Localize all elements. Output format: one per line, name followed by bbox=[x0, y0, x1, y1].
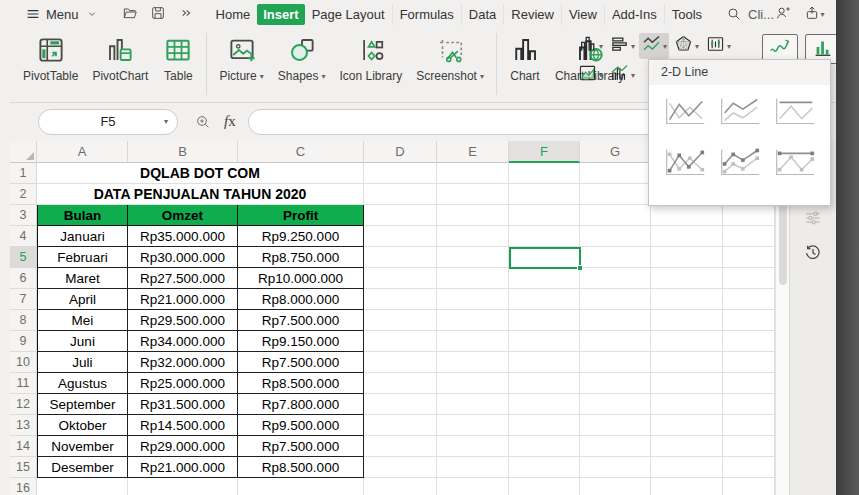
empty-cell[interactable] bbox=[509, 478, 580, 495]
tab-review[interactable]: Review bbox=[503, 4, 561, 25]
empty-cell[interactable] bbox=[437, 247, 509, 268]
row-header-9[interactable]: 9 bbox=[10, 331, 37, 352]
pivottable-button[interactable]: PivotTable bbox=[16, 31, 85, 86]
empty-cell[interactable] bbox=[364, 331, 437, 352]
empty-cell[interactable] bbox=[437, 289, 509, 310]
bar-chart-button[interactable]: ▾ bbox=[607, 33, 637, 59]
empty-cell[interactable] bbox=[651, 205, 723, 226]
empty-cell[interactable] bbox=[37, 478, 128, 495]
select-all-corner[interactable] bbox=[10, 141, 37, 163]
table-cell[interactable]: Rp34.000.000 bbox=[128, 331, 238, 352]
row-header-16[interactable]: 16 bbox=[10, 478, 37, 495]
empty-cell[interactable] bbox=[364, 226, 437, 247]
empty-cell[interactable] bbox=[580, 184, 651, 205]
row-header-15[interactable]: 15 bbox=[10, 457, 37, 478]
table-cell[interactable]: Rp21.000.000 bbox=[128, 457, 238, 478]
column-header-d[interactable]: D bbox=[364, 141, 437, 163]
empty-cell[interactable] bbox=[509, 289, 580, 310]
table-cell[interactable]: Oktober bbox=[37, 415, 128, 436]
empty-cell[interactable] bbox=[580, 226, 651, 247]
empty-cell[interactable] bbox=[580, 268, 651, 289]
table-cell[interactable]: Rp27.500.000 bbox=[128, 268, 238, 289]
row-header-11[interactable]: 11 bbox=[10, 373, 37, 394]
empty-cell[interactable] bbox=[580, 394, 651, 415]
empty-cell[interactable] bbox=[437, 394, 509, 415]
table-cell[interactable]: Maret bbox=[37, 268, 128, 289]
empty-cell[interactable] bbox=[437, 415, 509, 436]
empty-cell[interactable] bbox=[651, 478, 723, 495]
empty-cell[interactable] bbox=[723, 352, 775, 373]
empty-cell[interactable] bbox=[437, 331, 509, 352]
empty-cell[interactable] bbox=[364, 373, 437, 394]
empty-cell[interactable] bbox=[651, 394, 723, 415]
combo-chart-button[interactable]: ▾ bbox=[607, 62, 637, 88]
row-header-13[interactable]: 13 bbox=[10, 415, 37, 436]
table-cell[interactable]: Rp10.000.000 bbox=[238, 268, 364, 289]
empty-cell[interactable] bbox=[437, 436, 509, 457]
chart-style-stacked-line[interactable] bbox=[712, 91, 765, 133]
empty-cell[interactable] bbox=[364, 163, 437, 184]
table-cell[interactable]: September bbox=[37, 394, 128, 415]
column-header-e[interactable]: E bbox=[437, 141, 509, 163]
tab-add-ins[interactable]: Add-Ins bbox=[604, 4, 664, 25]
table-cell[interactable]: Rp7.800.000 bbox=[238, 394, 364, 415]
row-header-4[interactable]: 4 bbox=[10, 226, 37, 247]
empty-cell[interactable] bbox=[651, 415, 723, 436]
column-header-c[interactable]: C bbox=[238, 141, 364, 163]
table-cell[interactable]: Rp32.000.000 bbox=[128, 352, 238, 373]
column-header-g[interactable]: G bbox=[580, 141, 651, 163]
table-cell[interactable]: Rp7.500.000 bbox=[238, 310, 364, 331]
menu-button[interactable]: Menu bbox=[20, 3, 105, 25]
radar-chart-button[interactable]: ▾ bbox=[671, 33, 701, 59]
shapes-button[interactable]: Shapes▾ bbox=[271, 31, 333, 86]
empty-cell[interactable] bbox=[723, 226, 775, 247]
empty-cell[interactable] bbox=[364, 247, 437, 268]
table-cell[interactable]: Rp35.000.000 bbox=[128, 226, 238, 247]
empty-cell[interactable] bbox=[509, 310, 580, 331]
empty-cell[interactable] bbox=[509, 331, 580, 352]
empty-cell[interactable] bbox=[651, 457, 723, 478]
table-cell[interactable]: Rp9.500.000 bbox=[238, 415, 364, 436]
table-cell[interactable]: Rp29.000.000 bbox=[128, 436, 238, 457]
table-cell[interactable]: Rp8.750.000 bbox=[238, 247, 364, 268]
table-cell[interactable]: Rp7.500.000 bbox=[238, 436, 364, 457]
empty-cell[interactable] bbox=[364, 184, 437, 205]
table-cell[interactable]: Rp7.500.000 bbox=[238, 352, 364, 373]
empty-cell[interactable] bbox=[509, 226, 580, 247]
empty-cell[interactable] bbox=[723, 478, 775, 495]
chart-style-stacked-line-markers[interactable] bbox=[712, 142, 765, 184]
row-header-8[interactable]: 8 bbox=[10, 310, 37, 331]
table-cell[interactable]: April bbox=[37, 289, 128, 310]
chart-style-hundred-stacked-line-markers[interactable] bbox=[767, 142, 820, 184]
column-header-b[interactable]: B bbox=[128, 141, 238, 163]
tab-tools[interactable]: Tools bbox=[664, 4, 709, 25]
table-cell[interactable]: Februari bbox=[37, 247, 128, 268]
picture-button[interactable]: Picture▾ bbox=[212, 31, 270, 86]
tab-insert[interactable]: Insert bbox=[257, 4, 304, 25]
row-header-10[interactable]: 10 bbox=[10, 352, 37, 373]
empty-cell[interactable] bbox=[509, 415, 580, 436]
tab-formulas[interactable]: Formulas bbox=[392, 4, 461, 25]
row-header-14[interactable]: 14 bbox=[10, 436, 37, 457]
empty-cell[interactable] bbox=[723, 331, 775, 352]
empty-cell[interactable] bbox=[437, 457, 509, 478]
row-header-2[interactable]: 2 bbox=[10, 184, 37, 205]
table-cell[interactable]: Juni bbox=[37, 331, 128, 352]
empty-cell[interactable] bbox=[651, 247, 723, 268]
empty-cell[interactable] bbox=[437, 478, 509, 495]
empty-cell[interactable] bbox=[437, 163, 509, 184]
table-cell[interactable]: Rp25.000.000 bbox=[128, 373, 238, 394]
name-box[interactable]: F5 ▾ bbox=[38, 109, 178, 135]
empty-cell[interactable] bbox=[509, 205, 580, 226]
table-cell[interactable]: Desember bbox=[37, 457, 128, 478]
empty-cell[interactable] bbox=[580, 457, 651, 478]
empty-cell[interactable] bbox=[437, 226, 509, 247]
empty-cell[interactable] bbox=[509, 268, 580, 289]
empty-cell[interactable] bbox=[580, 436, 651, 457]
table-cell[interactable]: Rp9.250.000 bbox=[238, 226, 364, 247]
insert-function-button[interactable]: fx bbox=[224, 113, 236, 130]
empty-cell[interactable] bbox=[509, 163, 580, 184]
empty-cell[interactable] bbox=[437, 310, 509, 331]
empty-cell[interactable] bbox=[364, 352, 437, 373]
icon-library-button[interactable]: Icon Library bbox=[333, 31, 410, 86]
